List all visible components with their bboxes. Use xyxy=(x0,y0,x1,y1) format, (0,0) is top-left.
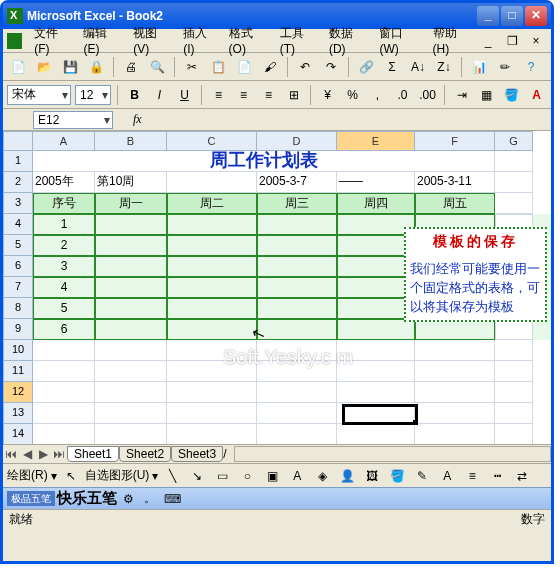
link-icon[interactable]: 🔗 xyxy=(355,56,377,78)
new-icon[interactable]: 📄 xyxy=(7,56,29,78)
cell[interactable] xyxy=(95,382,167,403)
row-header-12[interactable]: 12 xyxy=(3,382,33,403)
row-header-10[interactable]: 10 xyxy=(3,340,33,361)
clipart-icon[interactable]: 👤 xyxy=(336,465,358,487)
ime-punct-icon[interactable]: 。 xyxy=(139,488,161,510)
permission-icon[interactable]: 🔒 xyxy=(85,56,107,78)
cell[interactable] xyxy=(415,361,495,382)
tab-prev-icon[interactable]: ◀ xyxy=(19,447,35,461)
font-color2-icon[interactable]: A xyxy=(436,465,458,487)
cell[interactable] xyxy=(167,235,257,256)
redo-icon[interactable]: ↷ xyxy=(320,56,342,78)
font-name-select[interactable]: 宋体 xyxy=(7,85,71,105)
row-header-2[interactable]: 2 xyxy=(3,172,33,193)
align-right-icon[interactable]: ≡ xyxy=(258,84,279,106)
dec-decimal-icon[interactable]: .00 xyxy=(417,84,438,106)
cell[interactable] xyxy=(167,382,257,403)
line-icon[interactable]: ╲ xyxy=(161,465,183,487)
cell[interactable] xyxy=(33,361,95,382)
cell[interactable] xyxy=(495,193,533,214)
save-icon[interactable]: 💾 xyxy=(59,56,81,78)
cell[interactable] xyxy=(415,340,495,361)
cell[interactable] xyxy=(495,424,533,445)
cell[interactable] xyxy=(495,340,533,361)
select-icon[interactable]: ↖ xyxy=(60,465,82,487)
cell[interactable] xyxy=(415,319,495,340)
row-header-7[interactable]: 7 xyxy=(3,277,33,298)
tab-next-icon[interactable]: ▶ xyxy=(35,447,51,461)
cell[interactable]: 序号 xyxy=(33,193,95,214)
chart-icon[interactable]: 📊 xyxy=(468,56,490,78)
fill-icon[interactable]: 🪣 xyxy=(386,465,408,487)
col-header-E[interactable]: E xyxy=(337,131,415,151)
cell[interactable] xyxy=(95,424,167,445)
menu-format[interactable]: 格式(O) xyxy=(223,23,274,58)
row-header-14[interactable]: 14 xyxy=(3,424,33,445)
font-size-select[interactable]: 12 xyxy=(75,85,111,105)
cell[interactable] xyxy=(167,298,257,319)
cell[interactable]: 周三 xyxy=(257,193,337,214)
name-box[interactable]: E12 xyxy=(33,111,113,129)
borders-icon[interactable]: ▦ xyxy=(476,84,497,106)
cell[interactable]: 5 xyxy=(33,298,95,319)
align-center-icon[interactable]: ≡ xyxy=(233,84,254,106)
arrow-icon[interactable]: ↘ xyxy=(186,465,208,487)
cell[interactable] xyxy=(415,403,495,424)
sum-icon[interactable]: Σ xyxy=(381,56,403,78)
arrow-style-icon[interactable]: ⇄ xyxy=(511,465,533,487)
cell[interactable]: —— xyxy=(337,172,415,193)
cell[interactable] xyxy=(257,214,337,235)
wordart-icon[interactable]: A xyxy=(286,465,308,487)
cell[interactable]: 第10周 xyxy=(95,172,167,193)
cell[interactable] xyxy=(495,361,533,382)
tab-sheet2[interactable]: Sheet2 xyxy=(119,446,171,462)
align-left-icon[interactable]: ≡ xyxy=(208,84,229,106)
dash-icon[interactable]: ┅ xyxy=(486,465,508,487)
preview-icon[interactable]: 🔍 xyxy=(146,56,168,78)
cell[interactable] xyxy=(257,382,337,403)
maximize-button[interactable]: □ xyxy=(501,6,523,26)
rect-icon[interactable]: ▭ xyxy=(211,465,233,487)
cell[interactable] xyxy=(95,319,167,340)
col-header-A[interactable]: A xyxy=(33,131,95,151)
cell[interactable] xyxy=(167,403,257,424)
cell[interactable] xyxy=(495,172,533,193)
row-header-9[interactable]: 9 xyxy=(3,319,33,340)
row-header-6[interactable]: 6 xyxy=(3,256,33,277)
cell[interactable] xyxy=(257,340,337,361)
undo-icon[interactable]: ↶ xyxy=(294,56,316,78)
select-all[interactable] xyxy=(3,131,33,151)
cell[interactable] xyxy=(167,424,257,445)
sort-desc-icon[interactable]: Z↓ xyxy=(433,56,455,78)
row-header-11[interactable]: 11 xyxy=(3,361,33,382)
cell[interactable] xyxy=(95,361,167,382)
format-painter-icon[interactable]: 🖌 xyxy=(259,56,281,78)
cell[interactable]: 1 xyxy=(33,214,95,235)
cell[interactable] xyxy=(495,382,533,403)
cell[interactable]: 周二 xyxy=(167,193,257,214)
cell[interactable] xyxy=(495,403,533,424)
tab-sheet1[interactable]: Sheet1 xyxy=(67,446,119,462)
cell[interactable] xyxy=(167,319,257,340)
cut-icon[interactable]: ✂ xyxy=(181,56,203,78)
cell[interactable]: 2005-3-7 xyxy=(257,172,337,193)
cell[interactable] xyxy=(257,256,337,277)
underline-icon[interactable]: U xyxy=(174,84,195,106)
menu-edit[interactable]: 编辑(E) xyxy=(77,23,127,58)
col-header-C[interactable]: C xyxy=(167,131,257,151)
ime-keyboard-icon[interactable]: ⌨ xyxy=(161,488,183,510)
tab-last-icon[interactable]: ⏭ xyxy=(51,447,67,461)
cell[interactable]: 周五 xyxy=(415,193,495,214)
line-style-icon[interactable]: ≡ xyxy=(461,465,483,487)
open-icon[interactable]: 📂 xyxy=(33,56,55,78)
col-header-F[interactable]: F xyxy=(415,131,495,151)
picture-icon[interactable]: 🖼 xyxy=(361,465,383,487)
tab-first-icon[interactable]: ⏮ xyxy=(3,447,19,461)
cell[interactable] xyxy=(495,151,533,172)
cell[interactable] xyxy=(95,214,167,235)
cell[interactable] xyxy=(415,382,495,403)
menu-insert[interactable]: 插入(I) xyxy=(177,23,222,58)
font-color-icon[interactable]: A xyxy=(526,84,547,106)
cell[interactable] xyxy=(257,277,337,298)
cell[interactable] xyxy=(167,277,257,298)
